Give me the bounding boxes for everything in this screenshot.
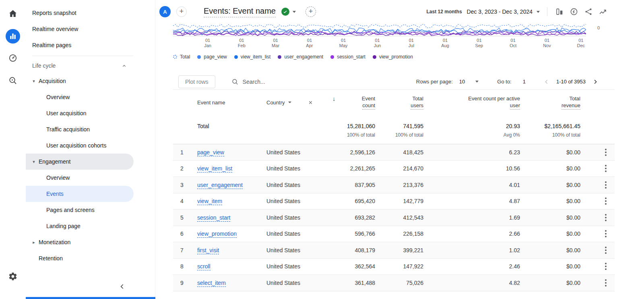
comparison-avatar[interactable]: A [159,6,171,17]
row-menu-button[interactable] [603,180,608,190]
sidebar-section-life-cycle[interactable]: Life cycle [26,58,155,73]
totals-value: 15,281,060 [315,123,375,129]
event-count-header[interactable]: ↓ Event count [315,95,375,110]
row-menu-button[interactable] [603,261,608,272]
table-row[interactable]: 3 user_engagement United States 837,905 … [173,177,615,193]
table-row[interactable]: 8 scroll United States 362,564 147,922 2… [173,259,615,275]
sidebar-item-engagement[interactable]: Engagement [26,154,134,170]
sidebar-item-acquisition[interactable]: Acquisition [26,73,134,89]
x-axis-ticks: 01Jan01Feb01Mar01Apr01May01Jun01Jul01Aug… [173,38,586,50]
sidebar-item-traffic-acquisition[interactable]: Traffic acquisition [26,121,134,137]
row-menu-button[interactable] [603,278,608,288]
event-name-link[interactable]: view_item_list [197,165,232,172]
check-circle-icon [283,10,287,14]
sidebar-collapse-button[interactable] [117,281,128,292]
nav-home-button[interactable] [5,6,21,22]
event-count-per-user-header[interactable]: Event count per active user [423,95,520,110]
table-row[interactable]: 6 view_promotion United States 596,766 2… [173,226,615,243]
row-menu-button[interactable] [603,228,608,239]
row-menu-button[interactable] [603,212,608,223]
row-menu-button[interactable] [603,245,608,255]
sidebar-item-user-acquisition[interactable]: User acquisition [26,105,134,121]
sidebar-item-reports-snapshot[interactable]: Reports snapshot [26,5,134,21]
legend-item-Total[interactable]: Total [173,54,190,60]
title-dropdown-caret[interactable] [293,11,296,13]
row-country: United States [266,280,315,286]
table-search[interactable] [231,78,327,85]
rows-per-page-caret[interactable] [475,81,479,83]
nav-explore-button[interactable] [5,73,21,89]
sidebar-item-realtime-pages[interactable]: Realtime pages [26,37,134,53]
event-name-link[interactable]: view_item [197,198,222,205]
customize-report-button[interactable] [305,6,316,17]
legend-item-session_start[interactable]: session_start [330,54,365,60]
data-quality-check-button[interactable] [281,8,289,16]
secondary-dimension-label[interactable]: Country [266,100,285,106]
insights-button[interactable] [567,4,581,19]
legend-item-view_item_list[interactable]: view_item_list [234,54,271,60]
row-menu-button[interactable] [603,147,608,158]
sidebar-item-landing-page[interactable]: Landing page [26,218,134,234]
legend-label: session_start [337,54,365,60]
remove-secondary-dimension-button[interactable] [308,100,313,105]
next-page-button[interactable] [590,77,600,87]
table-row[interactable]: 1 page_view United States 2,596,126 418,… [173,144,615,161]
nav-advertising-button[interactable] [5,50,21,66]
sidebar-item-engagement-overview[interactable]: Overview [26,170,134,186]
event-name-link[interactable]: first_visit [197,247,219,254]
explore-report-button[interactable] [596,4,610,19]
sidebar-item-user-acquisition-cohorts[interactable]: User acquisition cohorts [26,137,134,154]
event-name-link[interactable]: select_item [197,280,226,287]
admin-settings-button[interactable] [5,268,21,284]
sidebar-item-realtime-overview[interactable]: Realtime overview [26,21,134,37]
sidebar-item-events[interactable]: Events [26,186,134,202]
legend-item-user_engagement[interactable]: user_engagement [278,54,323,60]
event-name-link[interactable]: page_view [197,149,224,156]
sidebar-item-monetization[interactable]: Monetization [26,234,134,250]
table-row[interactable]: 7 first_visit United States 408,179 399,… [173,242,615,259]
table-row[interactable]: 9 select_item United States 361,488 75,0… [173,275,615,291]
plot-rows-button[interactable]: Plot rows [178,75,215,88]
nav-reports-button[interactable] [6,29,20,44]
chevron-up-icon[interactable] [122,63,127,69]
rows-per-page-select[interactable]: 10 [459,79,465,85]
x-axis-tick: 01Oct [510,38,516,48]
legend-item-page_view[interactable]: page_view [197,54,227,60]
insights-icon [570,7,578,16]
metric-header-line: revenue [561,102,580,110]
date-range-value[interactable]: Dec 3, 2023 - Dec 3, 2024 [467,8,533,15]
event-name-link[interactable]: user_engagement [197,182,243,189]
sidebar-item-acquisition-overview[interactable]: Overview [26,89,134,105]
share-button[interactable] [581,4,596,19]
per-user-cell: 4.01 [423,182,520,188]
sidebar-item-retention[interactable]: Retention [26,250,134,266]
sidebar-item-pages-and-screens[interactable]: Pages and screens [26,202,134,218]
report-title[interactable]: Events: Event name [204,6,276,17]
event-name-link[interactable]: session_start [197,214,230,222]
search-input[interactable] [243,79,327,85]
totals-subtext: 100% of total [520,132,580,138]
comparisons-button[interactable] [552,4,567,19]
row-menu-button[interactable] [603,163,608,174]
event-name-link[interactable]: view_promotion [197,230,237,238]
revenue-cell: $0.00 [520,198,580,204]
per-user-cell: 4.87 [423,198,520,204]
date-range-caret[interactable] [537,11,540,13]
row-menu-button[interactable] [603,196,608,206]
timeseries-lines [173,24,586,36]
legend-item-view_promotion[interactable]: view_promotion [373,54,413,60]
dimension-header[interactable]: Event name [196,100,266,106]
table-row[interactable]: 2 view_item_list United States 2,261,265… [173,161,615,177]
go-to-page-input[interactable]: 1 [523,79,526,85]
previous-page-button[interactable] [542,77,551,87]
add-comparison-button[interactable] [176,6,187,17]
total-revenue-header[interactable]: Total revenue [520,95,580,110]
row-country: United States [266,214,315,221]
row-rank: 7 [173,247,196,253]
total-users-header[interactable]: Total users [375,95,423,110]
table-row[interactable]: 4 view_item United States 695,420 142,77… [173,193,615,210]
table-row[interactable]: 5 session_start United States 693,282 41… [173,210,615,226]
secondary-dimension-caret[interactable] [288,102,291,103]
event-name-link[interactable]: scroll [197,263,211,270]
close-icon [308,100,313,105]
